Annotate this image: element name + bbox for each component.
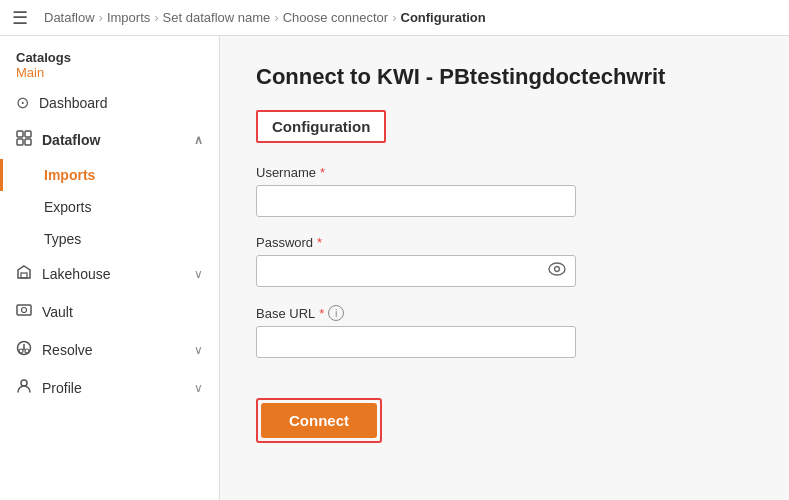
breadcrumb-item-dataflow[interactable]: Dataflow — [44, 10, 95, 25]
vault-icon — [16, 302, 32, 322]
resolve-chevron-icon: ∨ — [194, 343, 203, 357]
sidebar-subitem-imports[interactable]: Imports — [44, 159, 219, 191]
password-input[interactable] — [256, 255, 576, 287]
svg-point-15 — [549, 263, 565, 275]
username-input[interactable] — [256, 185, 576, 217]
svg-rect-0 — [17, 131, 23, 137]
breadcrumb: Dataflow › Imports › Set dataflow name ›… — [44, 10, 486, 25]
svg-rect-1 — [25, 131, 31, 137]
sidebar-sub-dataflow: Imports Exports Types — [0, 159, 219, 255]
sidebar-label-vault: Vault — [42, 304, 73, 320]
breadcrumb-sep-2: › — [154, 10, 158, 25]
base-url-group: Base URL * i — [256, 305, 753, 358]
section-box: Configuration — [256, 110, 386, 143]
main-layout: Catalogs Main ⊙ Dashboard Dataflow ∧ Imp… — [0, 36, 789, 500]
profile-icon — [16, 378, 32, 398]
info-icon[interactable]: i — [328, 305, 344, 321]
connect-button[interactable]: Connect — [261, 403, 377, 438]
eye-icon[interactable] — [548, 262, 566, 280]
sidebar-item-vault[interactable]: Vault — [0, 293, 219, 331]
breadcrumb-sep-3: › — [274, 10, 278, 25]
sidebar-subitem-types[interactable]: Types — [44, 223, 219, 255]
profile-chevron-icon: ∨ — [194, 381, 203, 395]
connect-button-wrapper: Connect — [256, 398, 382, 443]
sidebar-label-profile: Profile — [42, 380, 82, 396]
lakehouse-chevron-icon: ∨ — [194, 267, 203, 281]
sidebar-item-dataflow[interactable]: Dataflow ∧ — [0, 121, 219, 159]
breadcrumb-item-active: Configuration — [401, 10, 486, 25]
svg-rect-3 — [25, 139, 31, 145]
resolve-icon — [16, 340, 32, 360]
breadcrumb-item-imports[interactable]: Imports — [107, 10, 150, 25]
sidebar-label-dashboard: Dashboard — [39, 95, 108, 111]
password-wrapper — [256, 255, 576, 287]
password-required: * — [317, 235, 322, 250]
svg-point-16 — [555, 267, 560, 272]
password-label: Password * — [256, 235, 753, 250]
breadcrumb-item-choose-connector[interactable]: Choose connector — [283, 10, 389, 25]
breadcrumb-item-set-name[interactable]: Set dataflow name — [163, 10, 271, 25]
sidebar-label-dataflow: Dataflow — [42, 132, 100, 148]
sidebar-item-profile[interactable]: Profile ∨ — [0, 369, 219, 407]
section-label: Configuration — [272, 118, 370, 135]
sidebar-label-resolve: Resolve — [42, 342, 93, 358]
svg-point-14 — [21, 380, 27, 386]
base-url-input[interactable] — [256, 326, 576, 358]
sidebar-item-dashboard[interactable]: ⊙ Dashboard — [0, 84, 219, 121]
sidebar-item-lakehouse[interactable]: Lakehouse ∨ — [0, 255, 219, 293]
breadcrumb-sep-4: › — [392, 10, 396, 25]
top-bar: ☰ Dataflow › Imports › Set dataflow name… — [0, 0, 789, 36]
password-group: Password * — [256, 235, 753, 287]
username-group: Username * — [256, 165, 753, 217]
main-label: Main — [16, 65, 203, 80]
sidebar-item-resolve[interactable]: Resolve ∨ — [0, 331, 219, 369]
dashboard-icon: ⊙ — [16, 93, 29, 112]
breadcrumb-sep-1: › — [99, 10, 103, 25]
dataflow-icon — [16, 130, 32, 150]
catalogs-label: Catalogs — [16, 50, 203, 65]
sidebar-subitem-exports[interactable]: Exports — [44, 191, 219, 223]
svg-line-13 — [24, 348, 25, 350]
username-required: * — [320, 165, 325, 180]
sidebar-header: Catalogs Main — [0, 36, 219, 84]
username-label: Username * — [256, 165, 753, 180]
svg-rect-6 — [17, 305, 31, 315]
hamburger-icon[interactable]: ☰ — [12, 7, 28, 29]
sidebar-label-lakehouse: Lakehouse — [42, 266, 111, 282]
svg-rect-2 — [17, 139, 23, 145]
base-url-required: * — [319, 306, 324, 321]
svg-marker-4 — [18, 266, 30, 278]
lakehouse-icon — [16, 264, 32, 284]
svg-point-7 — [22, 308, 27, 313]
dataflow-chevron-icon: ∧ — [194, 133, 203, 147]
sidebar: Catalogs Main ⊙ Dashboard Dataflow ∧ Imp… — [0, 36, 220, 500]
page-title: Connect to KWI - PBtestingdoctechwrit — [256, 64, 753, 90]
content-area: Connect to KWI - PBtestingdoctechwrit Co… — [220, 36, 789, 500]
base-url-label: Base URL * i — [256, 305, 753, 321]
